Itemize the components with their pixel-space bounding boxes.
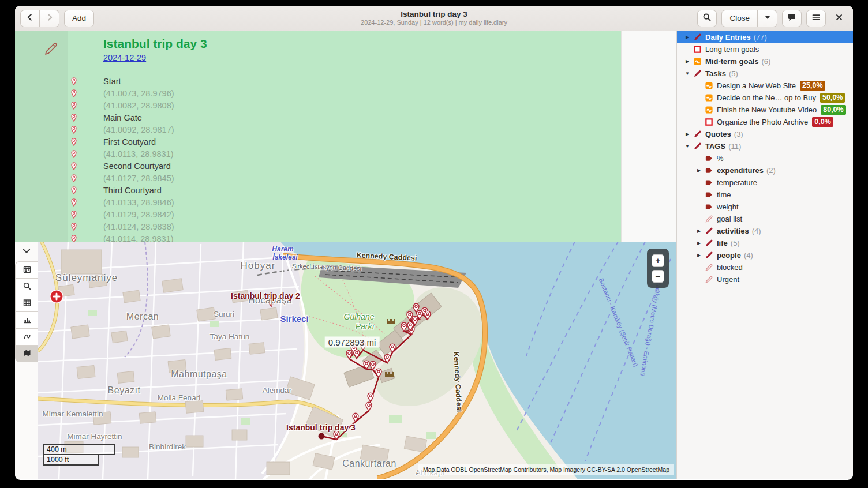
edit-pencil-icon (42, 39, 59, 57)
forward-button[interactable] (40, 10, 59, 27)
location-row: (41.0113, 28.9831) (68, 148, 621, 160)
sidebar-item-daily-entries[interactable]: ▶ Daily Entries (77) (677, 31, 853, 43)
menu-button[interactable] (806, 10, 826, 27)
theme-brush-icon (23, 332, 32, 343)
map-pin-icon (70, 113, 78, 122)
expander-right-icon[interactable]: ▶ (682, 128, 693, 140)
expander-right-icon[interactable]: ▶ (693, 225, 705, 237)
entry-margin (15, 31, 68, 242)
location-row: Main Gate (68, 111, 621, 123)
sidebar-item-quotes[interactable]: ▶ Quotes (3) (677, 128, 853, 140)
progress-badge: 50,0% (820, 93, 845, 103)
map-zoom-control: + − (647, 249, 669, 288)
sidebar-item-tag-urgent[interactable]: Urgent (677, 273, 853, 286)
location-row: (41.0092, 28.9817) (68, 123, 621, 136)
map-scale-imperial: 1000 ft (43, 454, 99, 466)
sidebar-item-tag-activities[interactable]: ▶ activities (4) (677, 225, 853, 237)
expander-right-icon[interactable]: ▶ (682, 55, 693, 67)
map-icon (23, 348, 32, 359)
sidebar-item-mid-term-goals[interactable]: ▶ Mid-term goals (6) (677, 55, 853, 67)
pencil-outline-icon (705, 275, 713, 284)
theme-tab-button[interactable] (15, 328, 38, 346)
map-pin-icon (70, 125, 78, 134)
pencil-outline-icon (705, 263, 713, 272)
entry-editor[interactable]: Istanbul trip day 3 2024-12-29 Start (41… (15, 31, 676, 242)
bar-chart-icon (23, 315, 32, 326)
add-location-button[interactable] (50, 290, 63, 303)
sidebar-item-finish-youtube-video[interactable]: Finish the New Youtube Video 80,0% (677, 104, 853, 116)
pencil-icon (705, 239, 713, 247)
entry-gutter (621, 31, 676, 242)
sidebar-item-tasks[interactable]: ▼ Tasks (5) (677, 67, 853, 80)
tag-bubble-icon (787, 13, 796, 24)
chevron-left-icon (25, 13, 35, 24)
map-pin-icon (70, 198, 78, 207)
close-icon (835, 13, 843, 23)
location-row: (41.0073, 28.9796) (68, 87, 621, 99)
map-scale-metric: 400 m (43, 444, 115, 455)
todo-checkbox-icon (693, 45, 702, 54)
location-row: (41.0133, 28.9846) (68, 196, 621, 208)
expander-right-icon[interactable]: ▶ (693, 237, 705, 249)
sidebar-item-long-term-goals[interactable]: Long term goals (677, 43, 853, 55)
map-pin-icon (70, 149, 78, 158)
map-pin-icon (70, 210, 78, 219)
add-button[interactable]: Add (64, 10, 94, 27)
close-diary-button[interactable]: Close (721, 10, 758, 27)
zoom-out-button[interactable]: − (652, 270, 664, 283)
panel-toolbar (15, 242, 38, 479)
search-button[interactable] (697, 10, 717, 27)
location-row: Start (68, 75, 621, 87)
sidebar-item-organize-photo-archive[interactable]: Organize the Photo Archive 0,0% (677, 116, 853, 128)
progress-badge: 25,0% (800, 81, 825, 91)
sidebar-item-tag-percent[interactable]: % (677, 152, 853, 164)
sidebar-item-tag-expenditures[interactable]: ▶ expenditures (2) (677, 164, 853, 177)
expander-right-icon[interactable]: ▶ (693, 249, 705, 261)
map-pin-icon (70, 101, 78, 110)
pencil-icon (693, 130, 702, 138)
collapse-panel-button[interactable] (15, 242, 38, 260)
expander-down-icon[interactable]: ▼ (682, 67, 693, 80)
search-tab-button[interactable] (15, 278, 38, 295)
sidebar-item-design-web-site[interactable]: Design a New Web Site 25,0% (677, 80, 853, 92)
sidebar-item-tag-weight[interactable]: weight (677, 201, 853, 213)
sidebar-item-tag-time[interactable]: time (677, 189, 853, 201)
map-pin-icon (70, 186, 78, 194)
location-list: Start (41.0073, 28.9796) (41.0082, 28.98… (68, 75, 621, 242)
location-row: (41.0129, 28.9842) (68, 208, 621, 220)
sidebar-item-tag-life[interactable]: ▶ life (5) (677, 237, 853, 249)
sidebar-item-tag-people[interactable]: ▶ people (4) (677, 249, 853, 261)
map-pin-icon (70, 234, 78, 242)
route-distance-label: 0.972893 mi (325, 337, 380, 348)
location-row: (41.0127, 28.9845) (68, 172, 621, 184)
progress-wave-icon (705, 106, 713, 114)
expander-down-icon[interactable]: ▼ (682, 140, 693, 152)
map-tiles (38, 242, 676, 479)
table-tab-button[interactable] (15, 295, 38, 312)
sidebar-item-decide-laptop[interactable]: Decide on the Ne… op to Buy 50,0% (677, 92, 853, 104)
zoom-in-button[interactable]: + (652, 254, 664, 267)
window-close-button[interactable] (830, 10, 848, 27)
sidebar-item-tag-blocked[interactable]: blocked (677, 261, 853, 273)
entry-content[interactable]: Istanbul trip day 3 2024-12-29 Start (41… (68, 31, 621, 242)
sidebar-item-tag-temperature[interactable]: temperature (677, 177, 853, 189)
calendar-icon (23, 265, 32, 276)
map-tab-button[interactable] (15, 345, 38, 362)
back-button[interactable] (20, 10, 40, 27)
expander-right-icon[interactable]: ▶ (693, 164, 705, 177)
tags-button[interactable] (782, 10, 802, 27)
map-pin-icon (70, 162, 78, 170)
tag-icon (705, 202, 713, 211)
pencil-icon (693, 69, 702, 78)
calendar-tab-button[interactable] (15, 261, 38, 279)
entry-date-link[interactable]: 2024-12-29 (103, 53, 146, 62)
chart-tab-button[interactable] (15, 311, 38, 329)
map-pin-icon (70, 77, 78, 85)
map-canvas[interactable]: Süleymaniye Hobyar Mercan Sururi Taya Ha… (38, 242, 676, 479)
sidebar-item-tag-goal-list[interactable]: goal list (677, 213, 853, 225)
expander-right-icon[interactable]: ▶ (682, 31, 693, 43)
location-row: First Coutyard (68, 136, 621, 148)
map-pin-icon (70, 222, 78, 231)
close-dropdown-button[interactable] (758, 10, 777, 27)
sidebar-item-tags[interactable]: ▼ TAGS (11) (677, 140, 853, 152)
